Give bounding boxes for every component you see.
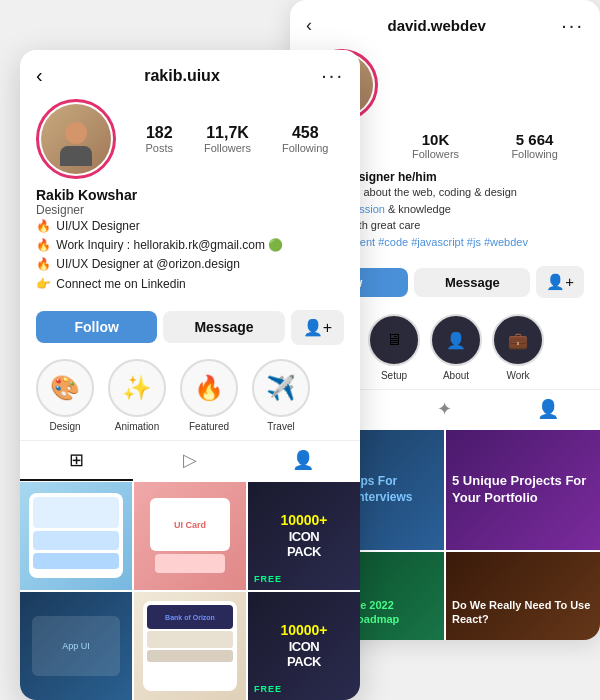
front-stat-posts: 182 Posts — [145, 124, 173, 154]
back-highlight-about-label: About — [430, 370, 482, 381]
front-highlight-travel-circle: ✈️ — [252, 359, 310, 417]
front-highlight-featured-circle: 🔥 — [180, 359, 238, 417]
front-grid-tab-reels[interactable]: ▷ — [133, 441, 246, 481]
front-back-icon[interactable]: ‹ — [36, 64, 43, 87]
back-followers-count: 10K — [412, 131, 459, 148]
back-stat-following: 5 664 Following — [511, 131, 557, 160]
front-grid-tab-posts[interactable]: ⊞ — [20, 441, 133, 481]
back-chevron-icon[interactable]: ‹ — [306, 15, 312, 36]
back-highlight-about-circle: 👤 — [430, 314, 482, 366]
front-posts-label: Posts — [145, 142, 173, 154]
front-follow-button[interactable]: Follow — [36, 311, 157, 343]
front-grid-item-3[interactable]: 10000+ ICON PACK FREE — [248, 482, 360, 590]
front-followers-label: Followers — [204, 142, 251, 154]
front-highlight-animation-label: Animation — [108, 421, 166, 432]
back-grid-tab-reels[interactable]: ✦ — [393, 390, 496, 428]
front-following-count: 458 — [282, 124, 328, 142]
front-username: rakib.uiux — [144, 67, 220, 85]
front-grid-item-1[interactable] — [20, 482, 132, 590]
front-action-row: Follow Message 👤+ — [20, 300, 360, 353]
front-highlight-animation-circle: ✨ — [108, 359, 166, 417]
back-highlight-work-circle: 💼 — [492, 314, 544, 366]
front-full-name: Rakib Kowshar — [36, 187, 344, 203]
front-avatar — [41, 104, 111, 174]
front-grid-section: UI Card 10000+ ICON PACK FREE App UI B — [20, 482, 360, 700]
front-highlight-design-label: Design — [36, 421, 94, 432]
front-grid-item-4[interactable]: App UI — [20, 592, 132, 700]
front-message-button[interactable]: Message — [163, 311, 284, 343]
front-grid-item-5[interactable]: Bank of Orizon — [134, 592, 246, 700]
front-highlight-design[interactable]: 🎨 Design — [36, 359, 94, 432]
back-highlight-setup-circle: 🖥 — [368, 314, 420, 366]
front-highlight-featured-label: Featured — [180, 421, 238, 432]
back-grid-item-2[interactable]: 5 Unique Projects For Your Portfolio — [446, 430, 600, 550]
front-grid-item-2[interactable]: UI Card — [134, 482, 246, 590]
front-grid-tabs: ⊞ ▷ 👤 — [20, 440, 360, 481]
front-followers-count: 11,7K — [204, 124, 251, 142]
front-role: Designer — [36, 203, 344, 217]
back-highlight-setup-label: Setup — [368, 370, 420, 381]
front-profile-row: 182 Posts 11,7K Followers 458 Following — [20, 95, 360, 187]
front-grid-item-6[interactable]: 10000+ ICON PACK FREE — [248, 592, 360, 700]
front-bio-line-2: 🔥 Work Inquiry : hellorakib.rk@gmail.com… — [36, 236, 344, 255]
back-highlight-work[interactable]: 💼 Work — [492, 314, 544, 381]
front-highlight-travel-label: Travel — [252, 421, 310, 432]
back-highlight-about[interactable]: 👤 About — [430, 314, 482, 381]
front-highlight-travel[interactable]: ✈️ Travel — [252, 359, 310, 432]
front-name-section: Rakib Kowshar Designer 🔥 UI/UX Designer … — [20, 187, 360, 300]
back-grid-tab-tagged[interactable]: 👤 — [497, 390, 600, 428]
front-highlight-featured[interactable]: 🔥 Featured — [180, 359, 238, 432]
back-more-icon[interactable]: ··· — [561, 14, 584, 37]
back-highlight-work-label: Work — [492, 370, 544, 381]
back-add-user-button[interactable]: 👤+ — [536, 266, 584, 298]
front-stats-row: 182 Posts 11,7K Followers 458 Following — [130, 124, 344, 154]
back-card-topbar: ‹ david.webdev ··· — [290, 0, 600, 45]
back-message-button[interactable]: Message — [414, 268, 530, 297]
front-bio-line-3: 🔥 UI/UX Designer at @orizon.design — [36, 255, 344, 274]
front-avatar-ring — [36, 99, 116, 179]
back-grid-item-4[interactable]: Do We Really Need To Use React? — [446, 552, 600, 640]
front-add-user-button[interactable]: 👤+ — [291, 310, 344, 345]
back-followers-label: Followers — [412, 148, 459, 160]
front-posts-count: 182 — [145, 124, 173, 142]
front-following-label: Following — [282, 142, 328, 154]
front-profile-card: ‹ rakib.uiux ··· 182 Posts 11,7K Followe… — [20, 50, 360, 700]
back-username: david.webdev — [387, 17, 485, 34]
back-stat-followers: 10K Followers — [412, 131, 459, 160]
front-highlights-row: 🎨 Design ✨ Animation 🔥 Featured ✈️ Trave… — [20, 353, 360, 440]
front-stat-followers: 11,7K Followers — [204, 124, 251, 154]
front-grid-tab-tagged[interactable]: 👤 — [247, 441, 360, 481]
front-highlight-animation[interactable]: ✨ Animation — [108, 359, 166, 432]
front-bio-line-1: 🔥 UI/UX Designer — [36, 217, 344, 236]
front-stat-following: 458 Following — [282, 124, 328, 154]
front-bio-line-4: 👉 Connect me on Linkedin — [36, 275, 344, 294]
back-following-count: 5 664 — [511, 131, 557, 148]
front-highlight-design-circle: 🎨 — [36, 359, 94, 417]
front-card-topbar: ‹ rakib.uiux ··· — [20, 50, 360, 95]
front-more-icon[interactable]: ··· — [321, 64, 344, 87]
back-highlight-setup[interactable]: 🖥 Setup — [368, 314, 420, 381]
back-following-label: Following — [511, 148, 557, 160]
